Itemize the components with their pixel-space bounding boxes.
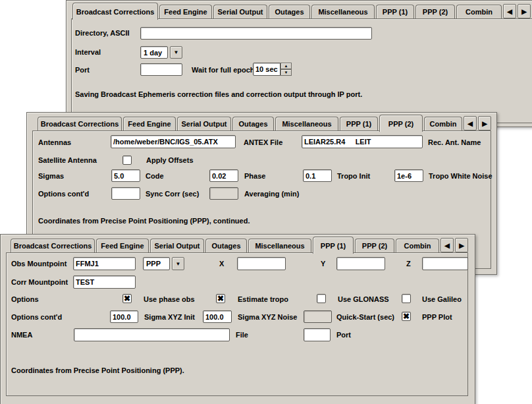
tab-outages[interactable]: Outages <box>269 5 310 18</box>
sync-corr-label: Sync Corr (sec) <box>146 190 199 198</box>
tab-scroll-left-button[interactable]: ◀ <box>464 116 477 130</box>
x-label: X <box>219 260 224 268</box>
tab-feed-engine[interactable]: Feed Engine <box>123 117 176 130</box>
y-label: Y <box>321 260 325 268</box>
tab-ppp-2[interactable]: PPP (2) <box>379 115 423 132</box>
sigma-xyz-init-input[interactable] <box>110 310 138 323</box>
ppp-mode-combobox[interactable]: PPP ▼ <box>143 257 184 270</box>
tab-scroll-right-button[interactable]: ▶ <box>478 116 491 130</box>
tab-miscellaneous[interactable]: Miscellaneous <box>275 117 338 130</box>
tropo-white-noise-label: Tropo White Noise <box>429 172 492 181</box>
sync-corr-input[interactable] <box>111 187 140 200</box>
corr-mountpoint-input[interactable] <box>73 275 136 289</box>
tab-ppp-2[interactable]: PPP (2) <box>355 239 394 252</box>
ppp-mode-dropdown-button[interactable]: ▼ <box>172 257 184 270</box>
corr-mountpoint-label: Corr Mountpoint <box>11 278 68 287</box>
chevron-down-icon: ▼ <box>174 49 179 55</box>
tab-serial-output[interactable]: Serial Output <box>213 5 267 18</box>
sigma-code-input[interactable] <box>111 169 140 182</box>
code-label: Code <box>146 172 164 181</box>
tab-broadcast-corrections[interactable]: Broadcast Corrections <box>11 239 95 252</box>
tab-serial-output[interactable]: Serial Output <box>150 239 204 252</box>
tab-scroll-left-button[interactable]: ◀ <box>440 238 454 252</box>
directory-ascii-input[interactable] <box>140 27 372 40</box>
x-input[interactable] <box>237 257 286 270</box>
tab-miscellaneous[interactable]: Miscellaneous <box>311 5 375 18</box>
tab-combination[interactable]: Combin <box>456 5 502 18</box>
tab-broadcast-corrections[interactable]: Broadcast Corrections <box>38 117 122 130</box>
tab-ppp-2[interactable]: PPP (2) <box>415 5 455 18</box>
tab-feed-engine[interactable]: Feed Engine <box>159 5 212 18</box>
sigma-xyz-noise-input[interactable] <box>203 310 232 323</box>
left-arrow-icon: ◀ <box>444 242 450 249</box>
estimate-tropo-checkbox[interactable]: ✖ <box>216 294 225 303</box>
port-label: Port <box>336 331 351 339</box>
use-galileo-checkbox[interactable] <box>402 294 411 303</box>
ppp-mode-value: PPP <box>143 257 170 270</box>
tab-scroll-right-button[interactable]: ▶ <box>455 238 468 252</box>
obs-mountpoint-input[interactable] <box>73 257 136 270</box>
interval-label: Interval <box>75 48 101 57</box>
tab-ppp-1[interactable]: PPP (1) <box>376 5 414 18</box>
use-phase-obs-checkbox[interactable]: ✖ <box>122 294 132 303</box>
port-input[interactable] <box>140 63 182 76</box>
chevron-down-icon: ▼ <box>176 261 181 267</box>
tropo-init-input[interactable] <box>303 169 332 182</box>
wait-epoch-spinbox[interactable]: 10 sec ▲ ▼ <box>253 63 292 76</box>
tab-ppp-1[interactable]: PPP (1) <box>313 237 354 254</box>
ppp-plot-label: PPP Plot <box>422 313 452 322</box>
tab-serial-output[interactable]: Serial Output <box>177 117 231 130</box>
tab-scroll-right-button[interactable]: ▶ <box>518 4 531 18</box>
options-contd-label: Options cont'd <box>11 313 62 322</box>
options-label: Options <box>11 295 39 304</box>
use-phase-obs-label: Use phase obs <box>144 295 195 304</box>
tab-outages[interactable]: Outages <box>232 117 274 130</box>
left-arrow-icon: ◀ <box>467 120 473 127</box>
tab-bar: Broadcast Corrections Feed Engine Serial… <box>27 114 496 131</box>
port-label: Port <box>75 66 90 74</box>
z-input[interactable] <box>422 257 468 270</box>
tab-bar: Broadcast Corrections Feed Engine Serial… <box>1 236 475 253</box>
interval-combobox[interactable]: 1 day ▼ <box>140 46 182 59</box>
sigma-phase-input[interactable] <box>209 169 238 182</box>
antennas-input[interactable] <box>111 135 236 148</box>
tab-feed-engine[interactable]: Feed Engine <box>96 239 149 252</box>
tab-combination[interactable]: Combin <box>424 117 462 130</box>
use-glonass-checkbox[interactable] <box>317 294 326 303</box>
pane-description: Coordinates from Precise Point Positioni… <box>11 366 184 374</box>
pane-description: Coordinates from Precise Point Positioni… <box>38 217 250 225</box>
quick-start-input[interactable] <box>304 310 332 323</box>
y-input[interactable] <box>336 257 385 270</box>
wait-epoch-value: 10 sec <box>253 63 280 76</box>
interval-dropdown-button[interactable]: ▼ <box>170 46 182 59</box>
tropo-init-label: Tropo Init <box>337 172 370 181</box>
ppp-plot-checkbox[interactable]: ✖ <box>402 312 411 321</box>
satellite-antenna-checkbox[interactable] <box>122 156 132 165</box>
rec-ant-name-input[interactable] <box>302 135 423 148</box>
nmea-file-input[interactable] <box>74 328 230 341</box>
directory-ascii-label: Directory, ASCII <box>75 29 130 38</box>
z-label: Z <box>406 260 411 268</box>
desktop: { "icons": { "scroll_left": "◀", "scroll… <box>0 0 532 404</box>
spin-up-button[interactable]: ▲ <box>280 63 292 69</box>
sigma-xyz-init-label: Sigma XYZ Init <box>144 313 195 322</box>
tropo-white-noise-input[interactable] <box>394 169 423 182</box>
nmea-port-input[interactable] <box>304 328 331 341</box>
spin-down-button[interactable]: ▼ <box>280 69 292 76</box>
window-broadcast-corrections: Broadcast Corrections Feed Engine Serial… <box>66 0 532 127</box>
estimate-tropo-label: Estimate tropo <box>238 295 288 304</box>
phase-label: Phase <box>244 172 265 181</box>
tab-outages[interactable]: Outages <box>205 239 247 252</box>
tab-ppp-1[interactable]: PPP (1) <box>340 117 378 130</box>
right-arrow-icon: ▶ <box>459 242 464 249</box>
tab-scroll-left-button[interactable]: ◀ <box>503 4 516 18</box>
tab-miscellaneous[interactable]: Miscellaneous <box>248 239 311 252</box>
use-glonass-label: Use GLONASS <box>338 295 389 304</box>
sigma-xyz-noise-label: Sigma XYZ Noise <box>238 313 297 322</box>
quick-start-label: Quick-Start (sec) <box>336 313 394 322</box>
tab-combination[interactable]: Combin <box>396 239 439 252</box>
tab-broadcast-corrections[interactable]: Broadcast Corrections <box>72 3 158 20</box>
window-ppp1: Broadcast Corrections Feed Engine Serial… <box>0 234 475 404</box>
averaging-input[interactable] <box>209 187 238 200</box>
up-arrow-icon: ▲ <box>284 64 288 68</box>
